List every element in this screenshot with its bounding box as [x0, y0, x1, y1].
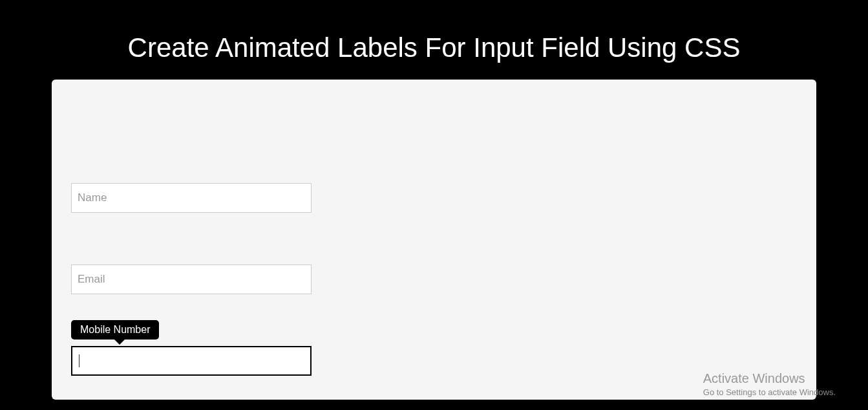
email-field[interactable] [71, 264, 312, 294]
text-cursor [79, 354, 79, 367]
name-field[interactable] [71, 183, 312, 213]
form-container: Name Email Mobile Number [52, 80, 816, 400]
input-group-name: Name [71, 183, 312, 213]
input-group-email: Email [71, 264, 312, 294]
watermark-subtitle: Go to Settings to activate Windows. [703, 387, 836, 397]
page-title: Create Animated Labels For Input Field U… [0, 0, 868, 80]
windows-watermark: Activate Windows Go to Settings to activ… [703, 371, 836, 397]
watermark-title: Activate Windows [703, 371, 836, 386]
mobile-floating-label: Mobile Number [71, 320, 159, 340]
mobile-field[interactable] [71, 346, 312, 376]
input-group-mobile: Mobile Number [71, 346, 312, 376]
